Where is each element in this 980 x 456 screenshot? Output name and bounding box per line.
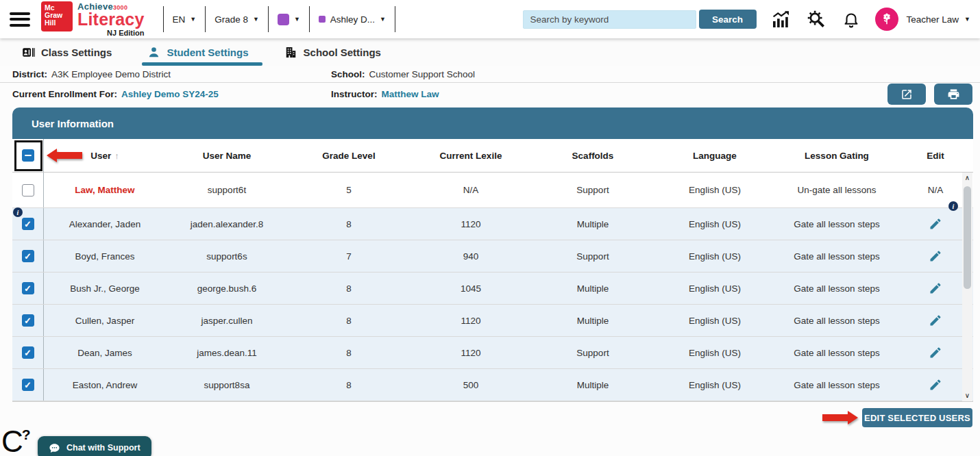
cell-language: English (US) xyxy=(654,369,776,401)
edit-na-text: N/A xyxy=(928,185,944,195)
scrollbar-thumb[interactable] xyxy=(964,186,971,289)
top-bar: Mc Graw Hill Achieve3000 Literacy NJ Edi… xyxy=(0,0,980,38)
user-menu[interactable]: Teacher Law▼ xyxy=(907,14,970,25)
cell-grade-level: 8 xyxy=(288,273,410,304)
annotation-arrow-select-all xyxy=(47,149,82,162)
tab-student-settings[interactable]: Student Settings xyxy=(145,38,251,66)
reports-icon[interactable] xyxy=(771,9,792,29)
cell-username: support6t xyxy=(166,173,288,207)
table-row: ✓Boyd, Francessupport6s7940SupportEnglis… xyxy=(12,240,973,273)
cell-current-lexile: N/A xyxy=(410,173,532,207)
cell-lesson-gating: Gate all lesson steps xyxy=(776,240,898,272)
color-swatch-dropdown[interactable]: ▼ xyxy=(278,14,300,25)
column-header-language[interactable]: Language xyxy=(654,139,776,172)
info-icon[interactable]: i xyxy=(948,201,958,211)
print-button[interactable] xyxy=(934,84,972,105)
grade-dropdown[interactable]: Grade 8▼ xyxy=(215,14,259,25)
row-checkbox[interactable]: ✓ xyxy=(22,379,34,391)
column-header-scaffolds[interactable]: Scaffolds xyxy=(532,139,654,172)
tab-class-settings[interactable]: Class Settings xyxy=(19,38,114,66)
cell-user: Law, Matthew xyxy=(44,173,166,207)
notifications-bell-icon[interactable] xyxy=(841,9,861,29)
edit-button[interactable] xyxy=(925,278,946,299)
cell-current-lexile: 1120 xyxy=(410,305,532,336)
edit-button[interactable] xyxy=(925,214,946,234)
divider xyxy=(309,6,310,32)
district-value: A3K Employee Demo District xyxy=(51,69,171,79)
table-title: User Information xyxy=(32,118,114,129)
divider xyxy=(163,6,164,32)
open-in-new-icon xyxy=(901,88,913,101)
row-checkbox[interactable]: ✓ xyxy=(22,218,34,230)
row-checkbox-cell: ✓ xyxy=(12,305,44,336)
export-button[interactable] xyxy=(887,84,926,105)
scroll-down-icon[interactable]: ∨ xyxy=(962,390,972,401)
cell-lesson-gating: Gate all lesson steps xyxy=(776,305,898,336)
language-dropdown[interactable]: EN▼ xyxy=(173,14,197,25)
brand-logo: Mc Graw Hill Achieve3000 Literacy NJ Edi… xyxy=(41,1,145,38)
sort-asc-icon: ↑ xyxy=(114,151,119,161)
table-scrollbar[interactable]: ∧ ∨ xyxy=(962,173,972,401)
cell-username: jaden.alexander.8 xyxy=(166,208,288,240)
row-checkbox-cell: ✓ xyxy=(12,369,44,401)
edit-button[interactable] xyxy=(925,246,946,266)
select-all-cell xyxy=(12,139,44,172)
row-checkbox[interactable]: ✓ xyxy=(22,314,34,327)
chat-bubble-icon xyxy=(49,442,60,454)
column-header-edit: Edit xyxy=(898,139,973,172)
cell-username: james.dean.11 xyxy=(166,337,288,368)
column-header-grade-level[interactable]: Grade Level xyxy=(288,139,410,172)
context-panel: District: A3K Employee Demo District Sch… xyxy=(0,66,980,105)
cell-current-lexile: 500 xyxy=(410,369,532,401)
cell-scaffolds: Multiple xyxy=(532,369,654,401)
cell-language: English (US) xyxy=(654,173,776,207)
chat-with-support-button[interactable]: Chat with Support xyxy=(38,436,151,456)
pencil-icon xyxy=(929,281,942,295)
scroll-up-icon[interactable]: ∧ xyxy=(962,173,972,183)
search-button[interactable]: Search xyxy=(699,10,757,29)
student-person-icon xyxy=(147,46,160,59)
row-checkbox-cell: ✓ xyxy=(12,273,44,304)
cell-language: English (US) xyxy=(654,305,776,336)
avatar[interactable] xyxy=(875,8,898,31)
select-all-checkbox[interactable] xyxy=(22,149,34,162)
divider xyxy=(395,6,395,32)
cell-user: Bush Jr., George xyxy=(44,273,166,304)
edit-button[interactable] xyxy=(925,310,946,331)
row-checkbox[interactable]: ✓ xyxy=(22,250,34,262)
school-building-icon xyxy=(284,46,297,59)
product-name: Literacy xyxy=(77,12,145,28)
cell-current-lexile: 1045 xyxy=(410,273,532,304)
pencil-icon xyxy=(929,314,942,327)
tab-school-settings[interactable]: School Settings xyxy=(282,38,384,66)
enrollment-link[interactable]: Ashley Demo SY24-25 xyxy=(121,89,219,99)
cell-grade-level: 5 xyxy=(288,173,410,207)
edit-selected-users-button[interactable]: EDIT SELECTED USERS xyxy=(862,408,972,427)
menu-icon[interactable] xyxy=(10,12,30,27)
cell-current-lexile: 1120 xyxy=(410,208,532,240)
logo-line: Hill xyxy=(45,19,73,27)
table-row: ✓Bush Jr., Georgegeorge.bush.681045Multi… xyxy=(12,273,973,305)
class-dropdown[interactable]: Ashley D...▼ xyxy=(319,14,386,25)
cell-user: Boyd, Frances xyxy=(44,240,166,272)
row-checkbox[interactable] xyxy=(22,184,34,197)
cell-scaffolds: Multiple xyxy=(532,208,654,240)
table-row: ✓Alexander, Jadenjaden.alexander.881120M… xyxy=(12,208,973,240)
column-header-lesson-gating[interactable]: Lesson Gating xyxy=(776,139,898,172)
school-label: School: xyxy=(331,69,365,79)
edit-button[interactable] xyxy=(925,342,946,363)
cell-user: Cullen, Jasper xyxy=(44,305,166,336)
edit-button[interactable] xyxy=(925,375,946,395)
column-header-current-lexile[interactable]: Current Lexile xyxy=(410,139,532,172)
admin-settings-icon[interactable] xyxy=(806,9,826,29)
row-checkbox[interactable]: ✓ xyxy=(22,282,34,294)
table-row: ✓Dean, Jamesjames.dean.1181120SupportEng… xyxy=(12,337,973,369)
cell-user: Dean, James xyxy=(44,337,166,368)
pencil-icon xyxy=(929,378,942,392)
search-input[interactable] xyxy=(523,10,696,29)
cell-grade-level: 8 xyxy=(288,305,410,336)
row-checkbox[interactable]: ✓ xyxy=(22,346,34,359)
instructor-link[interactable]: Matthew Law xyxy=(382,89,439,99)
column-header-username[interactable]: User Name xyxy=(166,139,288,172)
info-icon[interactable]: i xyxy=(13,207,23,217)
